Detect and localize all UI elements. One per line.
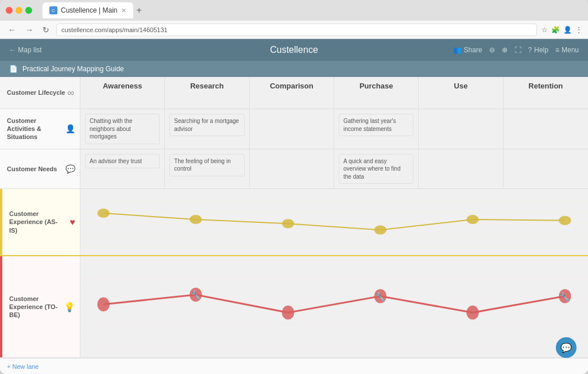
menu-icon: ≡: [555, 46, 559, 54]
activities-cell-1: Searching for a mortgage advisor: [165, 109, 249, 149]
exp-asis-cells: [80, 189, 588, 255]
exp-asis-header: Customer Experience (AS-IS) ♥: [0, 189, 80, 255]
phase-comparison-label: Comparison: [270, 82, 314, 90]
needs-title: Customer Needs: [7, 165, 64, 173]
document-title: Practical Journey Mapping Guide: [22, 65, 124, 73]
traffic-lights: [6, 7, 32, 14]
extensions-icon[interactable]: 🧩: [551, 26, 560, 34]
journey-map: Customer Lifecycle ∞ Awareness Research …: [0, 77, 588, 374]
svg-point-9: [282, 306, 294, 319]
add-tab-button[interactable]: +: [137, 5, 142, 16]
needs-cell-5: [504, 149, 588, 189]
svg-point-3: [374, 225, 386, 234]
lifecycle-lane: Customer Lifecycle ∞ Awareness Research …: [0, 77, 588, 109]
needs-cell-1: The feeling of being in control: [165, 149, 249, 189]
svg-point-6: [97, 298, 109, 311]
phase-retention: Retention: [504, 77, 588, 109]
needs-card-0[interactable]: An advisor they trust: [85, 154, 160, 169]
bookmark-icon[interactable]: ☆: [541, 26, 548, 34]
exp-tobe-chart: 🔧🔧🔧: [80, 256, 588, 357]
zoom-out-button[interactable]: ⊖: [489, 46, 495, 54]
svg-point-2: [282, 219, 294, 228]
phase-awareness-label: Awareness: [103, 82, 142, 90]
browser-toolbar: ☆ 🧩 👤 ⋮: [541, 26, 582, 34]
lifecycle-icon: ∞: [68, 88, 74, 98]
add-lane-button[interactable]: + New lane: [7, 363, 38, 370]
needs-cell-4: [419, 149, 503, 189]
maximize-button[interactable]: [25, 7, 32, 14]
exp-tobe-icon: 💡: [64, 302, 75, 313]
bottom-bar: + New lane: [0, 358, 588, 374]
chat-bubble-button[interactable]: 💬: [556, 337, 577, 358]
app-logo-title: Custellence: [270, 45, 318, 55]
activities-cell-5: [504, 109, 588, 149]
needs-card-3[interactable]: A quick and easy overview where to find …: [339, 154, 413, 184]
needs-cell-2: [250, 149, 334, 189]
minimize-button[interactable]: [16, 7, 22, 14]
needs-lane-header: Customer Needs 💬: [0, 149, 80, 189]
needs-icon: 💬: [65, 164, 75, 173]
fullscreen-button[interactable]: ⛶: [514, 46, 521, 54]
url-input[interactable]: custellence.com/apps/main/14605131: [56, 24, 537, 36]
exp-asis-chart: [80, 189, 588, 255]
activities-cell-4: [419, 109, 503, 149]
phase-research: Research: [165, 77, 249, 109]
phase-use: Use: [419, 77, 503, 109]
svg-text:🔧: 🔧: [191, 290, 201, 300]
activities-cell-2: [250, 109, 334, 149]
share-button[interactable]: 👥 Share: [453, 46, 482, 54]
chat-icon: 💬: [560, 342, 572, 353]
activities-icon: 👤: [65, 124, 75, 133]
help-button[interactable]: ? Help: [528, 46, 548, 54]
share-icon: 👥: [453, 46, 462, 54]
help-icon: ?: [528, 46, 532, 54]
profile-icon[interactable]: 👤: [563, 26, 572, 34]
tab-close-icon[interactable]: ✕: [121, 7, 126, 14]
exp-asis-lane: Customer Experience (AS-IS) ♥: [0, 189, 588, 256]
address-bar: ← → ↻ custellence.com/apps/main/14605131…: [0, 21, 588, 39]
more-icon[interactable]: ⋮: [575, 26, 582, 34]
svg-point-4: [466, 215, 478, 224]
active-tab[interactable]: C Custellence | Main ✕: [42, 2, 133, 18]
forward-nav-icon[interactable]: →: [23, 24, 36, 36]
close-button[interactable]: [6, 7, 13, 14]
phase-awareness: Awareness: [80, 77, 165, 109]
phase-research-label: Research: [190, 82, 224, 90]
activities-card-1[interactable]: Searching for a mortgage advisor: [169, 114, 244, 136]
refresh-icon[interactable]: ↻: [40, 24, 52, 36]
exp-tobe-cells: 🔧🔧🔧: [80, 256, 588, 357]
exp-tobe-title: Customer Experience (TO-BE): [9, 295, 64, 319]
header-right: 👥 Share ⊖ ⊕ ⛶ ? Help ≡ Menu: [453, 46, 579, 54]
activities-title: Customer Activities & Situations: [7, 117, 64, 141]
url-text: custellence.com/apps/main/14605131: [61, 26, 168, 33]
menu-button[interactable]: ≡ Menu: [555, 46, 579, 54]
activities-cell-0: Chatting with the neighbors about mortga…: [80, 109, 165, 149]
needs-cell-0: An advisor they trust: [80, 149, 165, 189]
zoom-in-button[interactable]: ⊕: [502, 46, 508, 54]
activities-lane: Customer Activities & Situations 👤 Chatt…: [0, 109, 588, 149]
document-icon: 📄: [9, 65, 18, 73]
svg-point-5: [559, 216, 571, 225]
exp-asis-title: Customer Experience (AS-IS): [9, 210, 64, 234]
lifecycle-title: Customer Lifecycle: [7, 88, 73, 97]
lifecycle-lane-header: Customer Lifecycle ∞: [0, 77, 80, 109]
needs-card-1[interactable]: The feeling of being in control: [169, 154, 244, 176]
back-to-map-list[interactable]: ← Map list: [9, 46, 42, 54]
document-bar: 📄 Practical Journey Mapping Guide: [0, 61, 588, 77]
lifecycle-cells: Awareness Research Comparison Purchase U…: [80, 77, 588, 109]
activities-lane-header: Customer Activities & Situations 👤: [0, 109, 80, 149]
activities-cell-3: Gathering last year's income statements: [334, 109, 419, 149]
exp-asis-icon: ♥: [70, 217, 76, 228]
tab-title: Custellence | Main: [61, 6, 118, 14]
activities-card-3[interactable]: Gathering last year's income statements: [339, 114, 413, 136]
activities-card-0[interactable]: Chatting with the neighbors about mortga…: [85, 114, 160, 144]
exp-tobe-header: Customer Experience (TO-BE) 💡: [0, 256, 80, 357]
svg-point-0: [97, 209, 109, 218]
back-nav-icon[interactable]: ←: [6, 24, 18, 36]
needs-cell-3: A quick and easy overview where to find …: [334, 149, 419, 189]
svg-text:🔧: 🔧: [376, 291, 385, 302]
header-left: ← Map list: [9, 46, 42, 54]
needs-cells: An advisor they trust The feeling of bei…: [80, 149, 588, 189]
phase-use-label: Use: [454, 82, 468, 90]
svg-text:🔧: 🔧: [560, 291, 570, 302]
